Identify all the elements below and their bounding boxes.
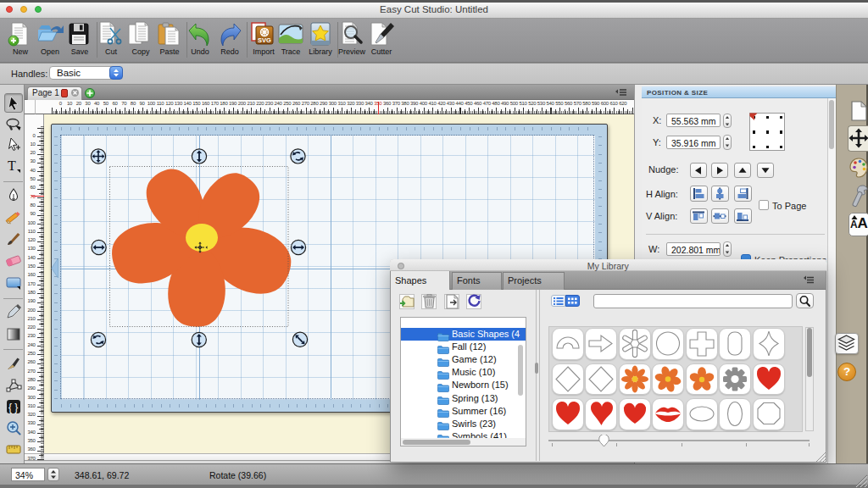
svg-text:{ }: { }: [8, 402, 18, 413]
svg-text:SVG: SVG: [258, 36, 271, 44]
svg-text:T: T: [8, 158, 16, 173]
